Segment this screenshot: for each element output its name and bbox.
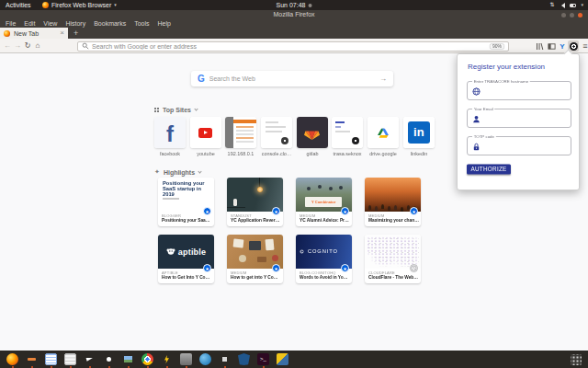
newtab-search-input[interactable] xyxy=(209,75,375,82)
zoom-level-button[interactable]: 90% xyxy=(490,43,504,50)
dock-icon-virtualbox[interactable] xyxy=(180,353,192,365)
menu-tools[interactable]: Tools xyxy=(134,19,149,28)
top-site-facebook[interactable]: f facebook xyxy=(154,117,186,148)
newtab-search[interactable]: G → xyxy=(191,71,393,86)
menu-file[interactable]: File xyxy=(6,19,16,28)
card-title: How to Get Into Y Combinator … xyxy=(162,275,212,280)
library-icon xyxy=(536,42,544,51)
search-submit-arrow-icon[interactable]: → xyxy=(379,75,387,83)
menu-bookmarks[interactable]: Bookmarks xyxy=(94,19,126,28)
menu-edit[interactable]: Edit xyxy=(24,19,35,28)
dock-icon-password-keys[interactable] xyxy=(277,353,288,365)
forward-button[interactable]: → xyxy=(13,39,22,52)
authorize-button[interactable]: AUTHORIZE xyxy=(467,164,511,174)
trasa-page-thumbnail xyxy=(332,117,363,148)
dock-icon-web-app[interactable] xyxy=(199,353,211,365)
dock-icon-firefox[interactable] xyxy=(6,353,18,365)
highlight-card[interactable]: Positioning your SaaS startup in 2019 ★ … xyxy=(158,178,214,226)
highlights-icon: ✦ xyxy=(154,168,160,176)
home-button[interactable]: ⌂ xyxy=(33,39,42,52)
top-site-router[interactable]: 192.168.0.1 xyxy=(225,117,256,148)
google-drive-icon xyxy=(377,128,390,139)
show-applications-button[interactable] xyxy=(571,354,582,365)
bookmark-star-icon: ★ xyxy=(341,264,349,272)
highlights-header[interactable]: ✦ Highlights xyxy=(154,168,201,176)
top-site-label: facebook xyxy=(153,151,187,156)
highlight-card[interactable]: CLOUDFLARE CloudFlare - The Web Perform… xyxy=(365,235,421,283)
maximize-button[interactable] xyxy=(570,13,574,17)
email-field[interactable]: Your Email xyxy=(467,109,571,128)
dock-icon-text-editor[interactable] xyxy=(45,353,57,365)
close-window-button[interactable] xyxy=(578,13,582,17)
top-sites-header[interactable]: Top Sites xyxy=(154,107,198,113)
menu-view[interactable]: View xyxy=(43,19,57,28)
hostname-field[interactable]: Enter TRASACORE hostname xyxy=(467,81,571,100)
highlight-card[interactable]: Y Combinator ★ MEDIUM YC Alumni Advice: … xyxy=(296,178,352,226)
cognito-logo-icon: C xyxy=(300,250,303,254)
card-title: YC Application Reverse Engine… xyxy=(231,218,281,223)
card-title: CloudFlare - The Web Perform… xyxy=(368,275,419,280)
bookmark-star-icon: ★ xyxy=(272,207,280,215)
activities-button[interactable]: Activities xyxy=(6,0,31,10)
top-site-linkedin[interactable]: in linkedin xyxy=(403,117,435,148)
dock-icon-network-shield[interactable] xyxy=(238,353,250,365)
new-tab-button[interactable]: + xyxy=(74,28,78,39)
highlight-card[interactable]: ★ MEDIUM Maximizing your chances of ge… xyxy=(365,178,421,226)
tab-new-tab[interactable]: New Tab × xyxy=(0,28,68,39)
card-title: How to get into Y Combinator … xyxy=(231,275,281,280)
top-sites-row: f facebook youtube 192.168.0.1 console. xyxy=(154,117,435,148)
dock-icon-terminal[interactable]: >_ xyxy=(257,353,269,365)
totp-field[interactable]: TOTP code xyxy=(467,136,571,155)
battery-icon xyxy=(570,4,576,7)
dock-icon-document-viewer[interactable] xyxy=(64,353,76,365)
app-menu-hamburger-button[interactable]: ≡ xyxy=(580,40,588,52)
tab-close-icon[interactable]: × xyxy=(60,28,64,39)
highlights-row-2: aptible ★ APTIBLE How to Get Into Y Comb… xyxy=(158,235,421,283)
clock-button[interactable]: Sun 07:48 xyxy=(277,0,312,10)
top-site-label: 192.168.0.1 xyxy=(223,151,258,156)
card-title: Maximizing your chances of ge… xyxy=(368,218,419,223)
notification-dot-icon xyxy=(308,4,311,7)
top-sites-label: Top Sites xyxy=(163,107,191,113)
lock-icon xyxy=(472,143,481,151)
url-input[interactable] xyxy=(92,42,478,51)
top-site-label: gitlab xyxy=(295,151,330,156)
sidebar-button[interactable] xyxy=(546,40,557,52)
bookmark-star-icon: ★ xyxy=(272,264,280,272)
dock-icon-chrome[interactable] xyxy=(141,353,153,365)
hamburger-icon: ≡ xyxy=(582,41,587,51)
top-site-drive[interactable]: drive.google xyxy=(368,117,399,148)
highlight-card[interactable]: ★ MEDIUM How to get into Y Combinator … xyxy=(227,235,283,283)
top-site-label: drive.google xyxy=(366,151,401,156)
minimize-button[interactable] xyxy=(561,13,566,17)
system-tray[interactable]: ⇅ ▾ xyxy=(549,0,583,10)
top-site-trasa[interactable]: trasa.seknox xyxy=(332,117,363,148)
highlight-card[interactable]: ★ STANDUST YC Application Reverse Engine… xyxy=(227,178,283,226)
search-icon xyxy=(82,42,89,50)
bookmark-star-icon: ★ xyxy=(341,207,349,215)
volume-icon xyxy=(559,3,565,8)
app-menu-button[interactable]: Firefox Web Browser ▾ xyxy=(42,0,117,10)
back-button[interactable]: ← xyxy=(3,39,12,52)
top-site-console[interactable]: console.clo… xyxy=(261,117,292,148)
top-site-youtube[interactable]: youtube xyxy=(190,117,221,148)
bookmark-star-icon: ★ xyxy=(203,207,211,215)
firefox-icon xyxy=(42,2,49,8)
library-button[interactable] xyxy=(534,40,545,52)
highlight-card[interactable]: C COGNITO ★ BLOG.COGNITOHQ Words to Avoi… xyxy=(296,235,352,283)
navigation-toolbar: ← → ↻ ⌂ 90% Y ≡ xyxy=(0,39,588,53)
reload-button[interactable]: ↻ xyxy=(23,39,32,52)
popup-title: Register your extension xyxy=(468,63,545,71)
email-field-label: Your Email xyxy=(472,107,494,111)
top-site-label: linkedin xyxy=(401,151,436,156)
top-site-gitlab[interactable]: gitlab xyxy=(297,117,328,148)
url-bar[interactable]: 90% xyxy=(77,41,509,52)
menu-help[interactable]: Help xyxy=(158,19,171,28)
console-page-thumbnail xyxy=(261,117,292,148)
youtube-play-icon xyxy=(198,128,212,138)
hostname-field-label: Enter TRASACORE hostname xyxy=(472,79,530,84)
grid-icon xyxy=(154,108,156,109)
highlight-card[interactable]: aptible ★ APTIBLE How to Get Into Y Comb… xyxy=(158,235,214,283)
card-title: YC Alumni Advice: Preparing f… xyxy=(300,218,350,223)
menu-history[interactable]: History xyxy=(65,19,85,28)
